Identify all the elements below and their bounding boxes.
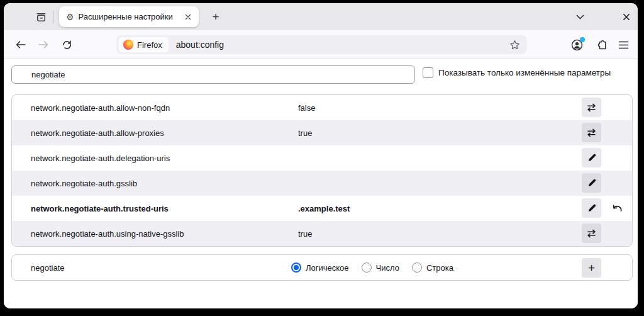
tab-close-button[interactable]	[182, 11, 194, 23]
new-pref-name: negotiate	[31, 263, 65, 273]
menu-button[interactable]	[614, 36, 633, 54]
pencil-icon	[587, 203, 596, 213]
pref-name: network.negotiate-auth.delegation-uris	[31, 154, 170, 163]
reset-pref-button[interactable]	[608, 201, 626, 216]
about-config-page: Показывать только изменённые параметры n…	[4, 59, 638, 308]
radio-type-boolean[interactable]: Логическое	[291, 262, 349, 273]
puzzle-piece-icon	[596, 39, 608, 51]
extensions-button[interactable]	[592, 36, 611, 54]
tab-separator	[53, 11, 54, 23]
pref-name: network.negotiate-auth.trusted-uris	[31, 204, 169, 213]
url-text: about:config	[176, 40, 507, 50]
toggle-arrows-icon	[586, 128, 597, 138]
edit-pref-button[interactable]	[582, 148, 601, 167]
pref-type-radio-group: Логическое Число Строка	[291, 255, 453, 280]
undo-arrow-icon	[610, 203, 624, 214]
browser-window: ⚙ Расширенные настройки +	[4, 3, 638, 308]
firefox-logo-icon	[123, 40, 133, 50]
pref-row: network.negotiate-auth.gsslib	[12, 171, 632, 196]
radio-type-string[interactable]: Строка	[412, 262, 453, 273]
back-arrow-icon	[15, 40, 26, 50]
navigation-toolbar: Firefox about:config	[4, 30, 638, 59]
bookmark-star-button[interactable]	[507, 37, 522, 52]
toggle-pref-button[interactable]	[582, 98, 601, 117]
account-button[interactable]	[567, 36, 586, 54]
back-button[interactable]	[11, 35, 30, 54]
checkbox-label: Показывать только изменённые параметры	[438, 68, 611, 77]
pencil-icon	[587, 178, 596, 188]
pref-value: true	[298, 128, 312, 138]
pref-row: network.negotiate-auth.allow-proxies tru…	[12, 120, 632, 145]
show-modified-only-checkbox[interactable]: Показывать только изменённые параметры	[423, 67, 611, 78]
hamburger-icon	[618, 41, 629, 49]
gear-icon: ⚙	[66, 13, 74, 21]
reload-button[interactable]	[57, 35, 76, 54]
forward-button[interactable]	[34, 35, 53, 54]
star-icon	[509, 40, 520, 50]
pref-row: network.negotiate-auth.trusted-uris .exa…	[12, 196, 632, 221]
notification-dot	[580, 37, 585, 42]
tab-strip: ⚙ Расширенные настройки +	[4, 3, 638, 30]
radio-icon	[291, 262, 301, 273]
pref-value: false	[298, 103, 315, 113]
pref-value: .example.test	[298, 204, 350, 213]
pref-value: true	[298, 229, 312, 239]
tab-advanced-settings[interactable]: ⚙ Расширенные настройки	[59, 6, 199, 27]
add-pref-row: negotiate Логическое Число Строка +	[11, 254, 633, 281]
close-icon	[185, 14, 191, 20]
pref-name: network.negotiate-auth.using-native-gssl…	[31, 229, 184, 239]
tab-title: Расширенные настройки	[79, 12, 182, 21]
account-icon	[570, 38, 584, 52]
new-tab-button[interactable]: +	[206, 8, 225, 26]
chevron-down-icon	[576, 14, 584, 20]
reload-icon	[62, 40, 72, 50]
search-input[interactable]	[11, 65, 415, 84]
window-close-button[interactable]	[618, 9, 635, 25]
toggle-arrows-icon	[586, 229, 597, 239]
list-all-tabs-button[interactable]	[571, 9, 589, 25]
site-identity-chip[interactable]: Firefox	[119, 37, 169, 52]
preferences-table: network.negotiate-auth.allow-non-fqdn fa…	[11, 94, 633, 247]
pref-name: network.negotiate-auth.allow-non-fqdn	[31, 103, 170, 113]
toggle-pref-button[interactable]	[582, 223, 601, 243]
close-icon	[623, 13, 630, 21]
pencil-icon	[587, 153, 596, 162]
radio-icon	[362, 262, 372, 273]
url-bar[interactable]: Firefox about:config	[116, 35, 527, 54]
pref-row: network.negotiate-auth.using-native-gssl…	[12, 221, 632, 246]
checkbox-icon	[423, 67, 433, 78]
firefox-view-button[interactable]	[31, 8, 51, 26]
pref-row: network.negotiate-auth.delegation-uris	[12, 145, 632, 171]
edit-pref-button[interactable]	[582, 173, 601, 193]
pref-name: network.negotiate-auth.allow-proxies	[31, 128, 164, 138]
toggle-arrows-icon	[586, 103, 597, 113]
forward-arrow-icon	[38, 40, 49, 50]
toggle-pref-button[interactable]	[582, 123, 601, 142]
edit-pref-button[interactable]	[582, 198, 601, 218]
firefox-view-icon	[35, 11, 47, 23]
pref-name: network.negotiate-auth.gsslib	[31, 179, 137, 188]
radio-icon	[412, 262, 422, 273]
site-identity-label: Firefox	[137, 40, 162, 50]
pref-row: network.negotiate-auth.allow-non-fqdn fa…	[12, 95, 632, 120]
radio-type-number[interactable]: Число	[362, 262, 399, 273]
add-pref-button[interactable]: +	[582, 258, 601, 278]
